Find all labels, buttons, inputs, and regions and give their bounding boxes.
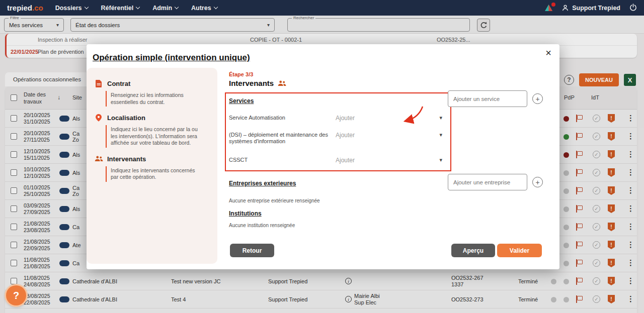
caret-down-icon xyxy=(439,157,445,163)
step-localisation[interactable]: Localisation Indiquez ici le lieu concer… xyxy=(106,114,208,148)
step-intervenants[interactable]: Intervenants Indiquez les intervenants c… xyxy=(106,155,208,182)
entreprises-title: Entreprises exterieures xyxy=(229,180,296,187)
people-icon xyxy=(278,80,286,86)
institutions-empty-text: Aucune institution renseignée xyxy=(229,223,295,228)
services-title: Services xyxy=(229,97,445,105)
service-select-cssct[interactable]: CSSCT Ajouter xyxy=(229,157,445,164)
contract-icon xyxy=(94,80,103,87)
add-service-plus-icon[interactable] xyxy=(532,93,543,104)
floating-help-button[interactable] xyxy=(6,285,26,305)
step-indicator: Étape 3/3 xyxy=(229,71,253,77)
apercu-button[interactable]: Aperçu xyxy=(451,244,495,257)
map-pin-icon xyxy=(94,114,103,122)
institutions-title: Institutions xyxy=(229,210,262,217)
add-service-field xyxy=(448,90,527,107)
people-icon xyxy=(94,156,103,162)
add-entreprise-plus-icon[interactable] xyxy=(532,177,543,187)
entreprises-empty-text: Aucune entreprise extérieure renseignée xyxy=(229,198,320,203)
add-service-input[interactable] xyxy=(448,91,527,107)
modal-operation-simple: Opération simple (intervention unique) C… xyxy=(87,44,559,269)
step-contrat[interactable]: Contrat Renseignez ici les informations … xyxy=(106,80,208,107)
service-select-dsi[interactable]: (DSI) – déploiement et maintenance des s… xyxy=(229,132,445,145)
services-highlight-box: Services Service Automatisation Ajouter … xyxy=(225,92,451,171)
valider-button[interactable]: Valider xyxy=(497,244,542,257)
caret-down-icon xyxy=(439,115,445,121)
modal-title: Opération simple (intervention unique) xyxy=(93,53,250,63)
add-entreprise-input[interactable] xyxy=(448,174,527,190)
retour-button[interactable]: Retour xyxy=(230,244,274,257)
add-entreprise-field xyxy=(448,174,527,190)
close-icon[interactable] xyxy=(545,47,551,59)
caret-down-icon xyxy=(439,132,445,138)
section-heading: Intervenants xyxy=(229,79,286,87)
annotation-arrow xyxy=(400,105,424,125)
steps-panel: Contrat Renseignez ici les informations … xyxy=(87,68,217,264)
